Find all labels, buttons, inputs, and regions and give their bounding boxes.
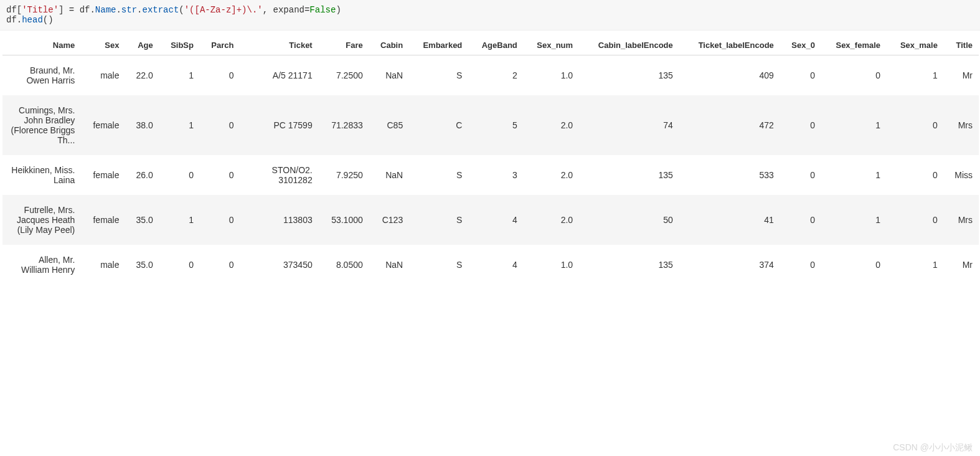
cell-Age: 26.0	[125, 155, 159, 195]
cell-Embarked: S	[409, 55, 468, 96]
cell-Title: Mrs	[944, 195, 979, 245]
cell-Ticket: 373450	[240, 245, 318, 285]
cell-Age: 35.0	[125, 195, 159, 245]
table-row: Allen, Mr. William Henrymale35.000373450…	[2, 245, 979, 285]
cell-Name: Cumings, Mrs. John Bradley (Florence Bri…	[2, 95, 81, 155]
cell-Fare: 7.2500	[319, 55, 369, 96]
col-header-Age: Age	[125, 37, 159, 55]
cell-AgeBand: 4	[468, 245, 523, 285]
cell-Sex_male: 1	[887, 55, 944, 96]
cell-SibSp: 0	[159, 245, 200, 285]
cell-Cabin_labelEncode: 135	[579, 55, 679, 96]
cell-Sex: female	[81, 195, 125, 245]
cell-SibSp: 1	[159, 55, 200, 96]
table-body: Braund, Mr. Owen Harrismale22.010A/5 211…	[2, 55, 979, 285]
cell-Sex_female: 0	[821, 245, 887, 285]
cell-Ticket: A/5 21171	[240, 55, 318, 96]
col-header-SibSp: SibSp	[159, 37, 200, 55]
cell-Sex_female: 1	[821, 95, 887, 155]
cell-Sex: male	[81, 245, 125, 285]
col-header-Parch: Parch	[200, 37, 240, 55]
col-header-Sex_num: Sex_num	[524, 37, 579, 55]
cell-Ticket: STON/O2. 3101282	[240, 155, 318, 195]
cell-SibSp: 0	[159, 155, 200, 195]
cell-Sex_0: 0	[780, 155, 821, 195]
cell-Sex_male: 0	[887, 155, 944, 195]
dataframe-table: NameSexAgeSibSpParchTicketFareCabinEmbar…	[2, 37, 979, 285]
cell-Sex_male: 0	[887, 195, 944, 245]
cell-Parch: 0	[200, 95, 240, 155]
col-header-Cabin_labelEncode: Cabin_labelEncode	[579, 37, 679, 55]
cell-Parch: 0	[200, 195, 240, 245]
cell-Cabin: C85	[369, 95, 409, 155]
cell-Cabin_labelEncode: 135	[579, 245, 679, 285]
table-row: Futrelle, Mrs. Jacques Heath (Lily May P…	[2, 195, 979, 245]
cell-Ticket: 113803	[240, 195, 318, 245]
cell-Name: Allen, Mr. William Henry	[2, 245, 81, 285]
col-header-Sex_male: Sex_male	[887, 37, 944, 55]
cell-Sex: female	[81, 95, 125, 155]
cell-Embarked: S	[409, 155, 468, 195]
cell-Cabin: NaN	[369, 155, 409, 195]
table-row: Cumings, Mrs. John Bradley (Florence Bri…	[2, 95, 979, 155]
cell-Sex_male: 0	[887, 95, 944, 155]
cell-AgeBand: 5	[468, 95, 523, 155]
col-header-Ticket: Ticket	[240, 37, 318, 55]
col-header-Sex: Sex	[81, 37, 125, 55]
cell-Sex_num: 1.0	[524, 55, 579, 96]
cell-Cabin: NaN	[369, 55, 409, 96]
cell-Fare: 71.2833	[319, 95, 369, 155]
cell-Sex_female: 1	[821, 155, 887, 195]
code-line-2: df.head()	[6, 15, 54, 25]
table-row: Heikkinen, Miss. Lainafemale26.000STON/O…	[2, 155, 979, 195]
cell-Title: Mr	[944, 245, 979, 285]
cell-Embarked: S	[409, 245, 468, 285]
cell-Age: 22.0	[125, 55, 159, 96]
cell-Fare: 7.9250	[319, 155, 369, 195]
cell-Ticket_labelEncode: 374	[679, 245, 780, 285]
cell-AgeBand: 4	[468, 195, 523, 245]
cell-Sex_0: 0	[780, 245, 821, 285]
cell-Sex_0: 0	[780, 195, 821, 245]
table-row: Braund, Mr. Owen Harrismale22.010A/5 211…	[2, 55, 979, 96]
cell-Sex_female: 0	[821, 55, 887, 96]
cell-Age: 38.0	[125, 95, 159, 155]
cell-Ticket_labelEncode: 533	[679, 155, 780, 195]
cell-Sex_female: 1	[821, 195, 887, 245]
cell-Parch: 0	[200, 155, 240, 195]
cell-Age: 35.0	[125, 245, 159, 285]
col-header-Name: Name	[2, 37, 81, 55]
cell-Sex_num: 2.0	[524, 95, 579, 155]
cell-Cabin_labelEncode: 135	[579, 155, 679, 195]
cell-Sex_num: 2.0	[524, 195, 579, 245]
cell-Cabin_labelEncode: 50	[579, 195, 679, 245]
cell-Ticket_labelEncode: 409	[679, 55, 780, 96]
col-header-Sex_female: Sex_female	[821, 37, 887, 55]
col-header-Embarked: Embarked	[409, 37, 468, 55]
table-header: NameSexAgeSibSpParchTicketFareCabinEmbar…	[2, 37, 979, 55]
cell-Embarked: S	[409, 195, 468, 245]
col-header-Ticket_labelEncode: Ticket_labelEncode	[679, 37, 780, 55]
cell-Sex_num: 1.0	[524, 245, 579, 285]
cell-Title: Miss	[944, 155, 979, 195]
cell-Sex_num: 2.0	[524, 155, 579, 195]
cell-Name: Futrelle, Mrs. Jacques Heath (Lily May P…	[2, 195, 81, 245]
cell-Cabin_labelEncode: 74	[579, 95, 679, 155]
cell-Fare: 8.0500	[319, 245, 369, 285]
cell-Ticket: PC 17599	[240, 95, 318, 155]
cell-Sex: male	[81, 55, 125, 96]
cell-Sex_0: 0	[780, 95, 821, 155]
col-header-AgeBand: AgeBand	[468, 37, 523, 55]
cell-Title: Mr	[944, 55, 979, 96]
cell-Sex_male: 1	[887, 245, 944, 285]
cell-Name: Braund, Mr. Owen Harris	[2, 55, 81, 96]
cell-Sex: female	[81, 155, 125, 195]
cell-AgeBand: 3	[468, 155, 523, 195]
cell-AgeBand: 2	[468, 55, 523, 96]
col-header-Cabin: Cabin	[369, 37, 409, 55]
cell-Cabin: C123	[369, 195, 409, 245]
code-cell[interactable]: df['Title'] = df.Name.str.extract('([A-Z…	[0, 0, 980, 31]
cell-Parch: 0	[200, 55, 240, 96]
cell-Embarked: C	[409, 95, 468, 155]
cell-Cabin: NaN	[369, 245, 409, 285]
